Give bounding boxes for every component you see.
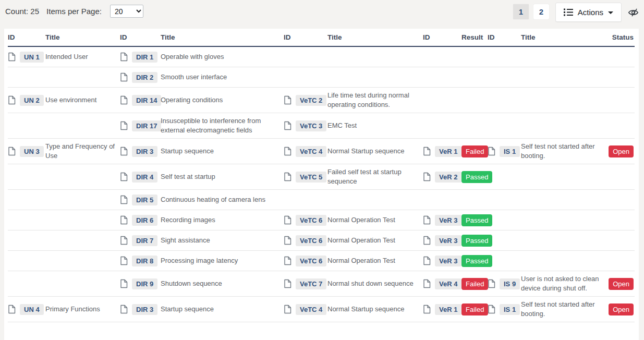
item-id-badge[interactable]: VeTC 2 (296, 95, 326, 106)
document-icon (423, 305, 431, 314)
item-id-badge[interactable]: VeR 2 (435, 172, 461, 183)
document-icon (120, 95, 128, 105)
status-cell: Open (609, 145, 635, 157)
title-cell: Normal Operation Test (327, 236, 423, 245)
document-icon (423, 147, 431, 156)
result-cell: Passed (461, 214, 488, 226)
id-cell: UN 2 (8, 95, 45, 106)
item-id-badge[interactable]: VeR 1 (435, 146, 461, 157)
item-id-badge[interactable]: DIR 6 (132, 215, 157, 226)
id-cell: VeTC 2 (284, 95, 327, 106)
items-per-page-select[interactable]: 20 (110, 5, 143, 18)
item-id-badge[interactable]: VeTC 4 (296, 146, 326, 157)
eye-slash-icon[interactable] (628, 7, 639, 18)
item-title: Normal Operation Test (327, 236, 395, 244)
item-id-badge[interactable]: UN 3 (20, 146, 44, 157)
item-id-badge[interactable]: UN 2 (20, 95, 44, 106)
title-cell: Primary Functions (45, 305, 120, 314)
count-label: Count: 25 (5, 7, 39, 16)
result-badge[interactable]: Passed (461, 235, 492, 247)
document-icon (120, 172, 128, 181)
item-id-badge[interactable]: DIR 2 (132, 72, 157, 83)
result-badge[interactable]: Passed (461, 214, 492, 226)
item-id-badge[interactable]: DIR 1 (132, 52, 157, 63)
item-id-badge[interactable]: DIR 5 (132, 195, 157, 205)
column-header-id-2: ID (120, 33, 161, 41)
result-badge[interactable]: Passed (461, 171, 492, 183)
id-cell: DIR 3 (120, 304, 161, 315)
page-button-1[interactable]: 1 (513, 4, 529, 19)
document-icon (120, 215, 128, 225)
item-id-badge[interactable]: VeTC 3 (296, 120, 326, 131)
item-id-badge[interactable]: VeTC 6 (296, 215, 326, 226)
result-badge[interactable]: Failed (461, 278, 488, 290)
result-cell: Passed (461, 255, 488, 267)
title-cell: Operating conditions (161, 95, 284, 105)
id-cell: VeR 1 (423, 146, 461, 157)
item-id-badge[interactable]: VeR 4 (435, 278, 461, 289)
result-badge[interactable]: Failed (461, 145, 488, 157)
item-id-badge[interactable]: DIR 7 (132, 235, 157, 246)
item-id-badge[interactable]: VeTC 5 (296, 172, 326, 183)
item-id-badge[interactable]: VeR 3 (435, 256, 461, 266)
status-badge[interactable]: Open (609, 303, 634, 315)
title-cell: Life time test during normal operating c… (327, 91, 423, 110)
document-icon (284, 279, 291, 288)
document-icon (284, 305, 291, 314)
item-id-badge[interactable]: VeR 3 (435, 235, 461, 246)
item-id-badge[interactable]: DIR 3 (132, 304, 157, 315)
item-id-badge[interactable]: DIR 4 (132, 172, 157, 183)
item-id-badge[interactable]: VeTC 4 (296, 304, 326, 315)
matrix-body: UN 1Intended UserDIR 1Operable with glov… (8, 47, 635, 322)
id-cell: UN 4 (8, 304, 45, 315)
id-cell: VeR 2 (423, 172, 461, 183)
title-cell: Self test not started after booting. (521, 142, 609, 161)
item-title: Normal Operation Test (327, 216, 395, 224)
title-cell: Operable with gloves (161, 52, 284, 62)
document-icon (488, 305, 495, 314)
item-title: Normal Startup sequence (327, 305, 404, 313)
status-badge[interactable]: Open (609, 278, 634, 290)
item-id-badge[interactable]: IS 9 (500, 278, 520, 289)
table-row: DIR 7Sight assistanceVeTC 6Normal Operat… (8, 230, 635, 251)
items-per-page-label: Items per Page: (46, 7, 102, 16)
item-id-badge[interactable]: DIR 9 (132, 278, 157, 289)
result-cell: Passed (461, 235, 488, 247)
item-id-badge[interactable]: IS 1 (500, 304, 520, 315)
id-cell: DIR 14 (120, 95, 161, 106)
id-cell: DIR 1 (120, 52, 161, 63)
item-id-badge[interactable]: VeTC 6 (296, 256, 326, 266)
item-id-badge[interactable]: DIR 3 (132, 146, 157, 157)
item-id-badge[interactable]: VeR 1 (435, 304, 461, 315)
item-id-badge[interactable]: VeTC 6 (296, 235, 326, 246)
actions-button[interactable]: Actions (555, 3, 622, 22)
document-icon (423, 215, 431, 225)
item-title: Startup sequence (161, 305, 214, 313)
item-id-badge[interactable]: UN 1 (20, 52, 44, 63)
item-id-badge[interactable]: DIR 17 (132, 120, 161, 131)
id-cell: VeTC 6 (284, 235, 327, 246)
document-icon (8, 305, 16, 314)
result-badge[interactable]: Failed (461, 303, 488, 315)
document-icon (120, 279, 128, 288)
document-icon (8, 52, 16, 62)
item-id-badge[interactable]: DIR 8 (132, 256, 157, 266)
item-id-badge[interactable]: DIR 14 (132, 95, 161, 106)
result-badge[interactable]: Passed (461, 255, 492, 267)
item-id-badge[interactable]: VeTC 7 (296, 278, 326, 289)
column-header-title-5: Title (521, 33, 609, 41)
item-title: EMC Test (327, 122, 357, 129)
status-badge[interactable]: Open (609, 145, 634, 157)
table-row: DIR 6Recording imagesVeTC 6Normal Operat… (8, 210, 635, 230)
item-id-badge[interactable]: IS 1 (500, 146, 520, 157)
page-button-2[interactable]: 2 (533, 4, 549, 19)
column-header-id-4: ID (423, 33, 461, 41)
item-id-badge[interactable]: VeR 3 (435, 215, 461, 226)
title-cell: Continuous heating of camera lens (161, 195, 284, 204)
item-id-badge[interactable]: UN 4 (20, 304, 44, 315)
document-icon (284, 256, 291, 265)
column-header-status: Status (609, 33, 635, 41)
table-row: DIR 4Self test at startupVeTC 5Failed se… (8, 164, 635, 190)
result-cell: Passed (461, 171, 488, 183)
title-cell: Startup sequence (161, 147, 284, 156)
